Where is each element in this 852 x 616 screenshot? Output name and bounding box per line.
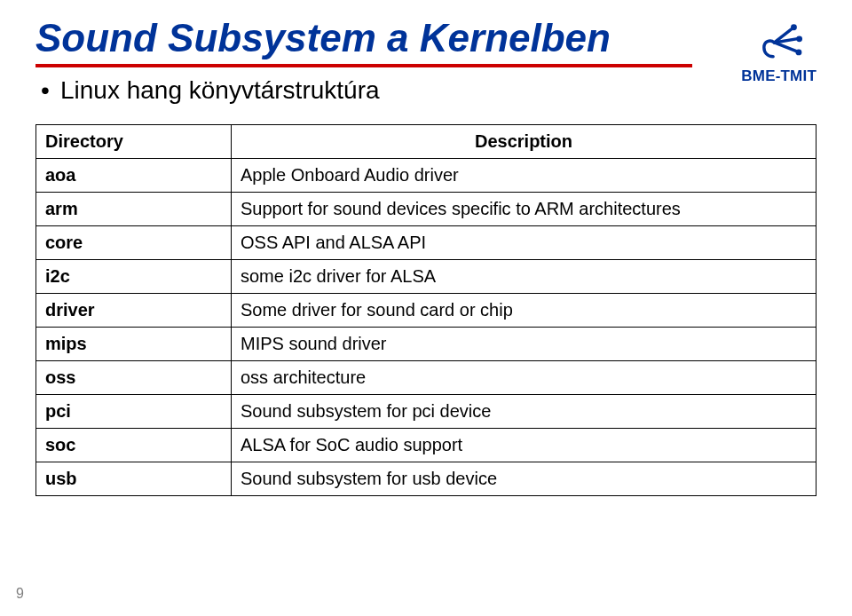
table-row: aoa Apple Onboard Audio driver	[36, 159, 816, 193]
cell-description: Support for sound devices specific to AR…	[232, 193, 816, 226]
cell-directory: mips	[36, 328, 232, 361]
slide: Sound Subsystem a Kernelben Linux hang k…	[0, 0, 852, 616]
table-header-row: Directory Description	[36, 125, 816, 159]
cell-directory: arm	[36, 193, 232, 226]
cell-directory: usb	[36, 462, 232, 496]
cell-description: ALSA for SoC audio support	[232, 429, 816, 462]
cell-directory: i2c	[36, 260, 232, 294]
table-row: oss oss architecture	[36, 361, 816, 395]
cell-description: Some driver for sound card or chip	[232, 294, 816, 328]
header-row: Sound Subsystem a Kernelben Linux hang k…	[36, 18, 816, 105]
cell-description: OSS API and ALSA API	[232, 226, 816, 260]
directory-table-wrap: Directory Description aoa Apple Onboard …	[36, 124, 816, 496]
slide-subtitle: Linux hang könyvtárstruktúra	[36, 76, 692, 105]
logo-label: BME-TMIT	[741, 67, 816, 85]
table-row: usb Sound subsystem for usb device	[36, 462, 816, 496]
directory-table: Directory Description aoa Apple Onboard …	[36, 124, 816, 496]
table-row: driver Some driver for sound card or chi…	[36, 294, 816, 328]
cell-directory: aoa	[36, 159, 232, 193]
slide-title: Sound Subsystem a Kernelben	[36, 18, 692, 59]
page-number: 9	[16, 586, 24, 602]
cell-description: oss architecture	[232, 361, 816, 395]
table-row: arm Support for sound devices specific t…	[36, 193, 816, 226]
table-row: i2c some i2c driver for ALSA	[36, 260, 816, 294]
cell-directory: oss	[36, 361, 232, 395]
cell-description: Sound subsystem for pci device	[232, 395, 816, 429]
svg-point-2	[795, 49, 801, 55]
cell-directory: driver	[36, 294, 232, 328]
title-block: Sound Subsystem a Kernelben Linux hang k…	[36, 18, 692, 105]
col-directory: Directory	[36, 125, 232, 159]
table-row: pci Sound subsystem for pci device	[36, 395, 816, 429]
svg-point-0	[791, 24, 797, 30]
table-row: core OSS API and ALSA API	[36, 226, 816, 260]
table-row: mips MIPS sound driver	[36, 328, 816, 361]
cell-description: Apple Onboard Audio driver	[232, 159, 816, 193]
logo-icon	[748, 23, 810, 66]
col-description: Description	[232, 125, 816, 159]
cell-description: some i2c driver for ALSA	[232, 260, 816, 294]
svg-point-1	[796, 36, 802, 42]
cell-description: Sound subsystem for usb device	[232, 462, 816, 496]
cell-directory: pci	[36, 395, 232, 429]
cell-directory: soc	[36, 429, 232, 462]
cell-description: MIPS sound driver	[232, 328, 816, 361]
title-underline	[36, 64, 692, 67]
logo-block: BME-TMIT	[741, 18, 816, 85]
table-row: soc ALSA for SoC audio support	[36, 429, 816, 462]
cell-directory: core	[36, 226, 232, 260]
